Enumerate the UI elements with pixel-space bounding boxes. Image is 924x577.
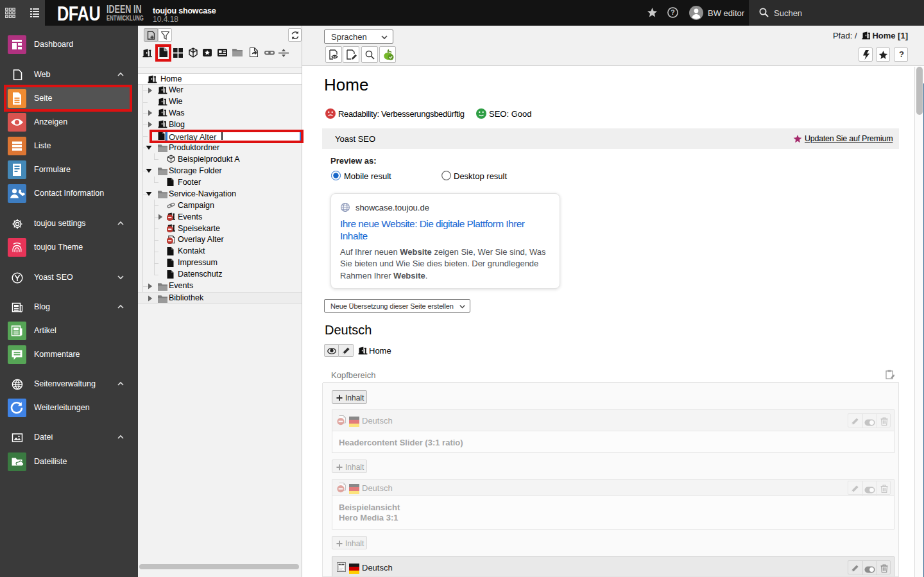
- svg-text:?: ?: [671, 8, 674, 16]
